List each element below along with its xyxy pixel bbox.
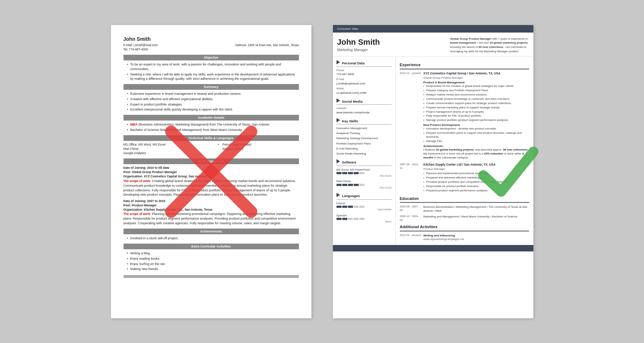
software-section: Software MS Excel, MS PowerPoint Very Go… — [336, 159, 392, 189]
additional-section-title: Additional Activities — [400, 224, 529, 231]
skill-2: Marketing Strategy Development — [336, 136, 392, 140]
lang-0: French Intermediate — [336, 201, 392, 211]
achievements-header: Achievements — [124, 229, 299, 235]
sum-bullet-3: Expert in product portfolio strategies. — [124, 102, 299, 107]
obj-bullet-1: To be an expert in my area of work, with… — [124, 62, 299, 71]
sum-bullet-1: Extensive experience in brand management… — [124, 92, 299, 96]
software-item-0: MS Excel, MS PowerPoint Very Good — [336, 168, 392, 178]
acad-bullet-1: MBA (Business Administration, Marketing … — [124, 122, 299, 127]
left-address: Address: 1905 W East Ave, San Antonio, T… — [235, 43, 299, 47]
education-section-title: Education — [400, 196, 529, 203]
experience-section-title: Experience — [400, 62, 529, 69]
personal-data-section: Personal Data Phone 774-987-4009 E-mail … — [336, 60, 392, 94]
good-resume: Curriculum Vitae John Smith Marketing Ma… — [333, 25, 533, 318]
software-title: Software — [336, 159, 392, 166]
right-header: John Smith Marketing Manager Global Grou… — [333, 33, 533, 57]
right-body: Personal Data Phone 774-987-4009 E-mail … — [333, 57, 533, 245]
left-email: E-Mail: j.smith@mail.com — [124, 43, 158, 47]
work-header: Work Experience — [124, 158, 299, 165]
bottom-bar-left — [124, 275, 299, 278]
skill-5: Social Media Marketing — [336, 152, 392, 156]
skill-0: Innovation Management — [336, 126, 392, 130]
left-contact: E-Mail: j.smith@mail.com Tel: 774-987-40… — [124, 43, 299, 52]
extra-bullet-1: Writing a blog. — [124, 251, 299, 256]
objective-header: Objective — [124, 55, 299, 61]
academic-header: Academic Details — [124, 115, 299, 121]
left-tel: Tel: 774-987-4009 — [124, 48, 148, 51]
extra-header: Extra Curricular Activities — [124, 244, 299, 250]
add-item-0: 2012-01 - present Writing and Influencin… — [400, 234, 529, 241]
key-skills-title: Key Skills — [336, 118, 392, 124]
languages-section: Languages French Intermediate — [336, 193, 392, 223]
exp-item-1: 2007-09 - 2010-11 Kitchen Supply Center … — [400, 163, 529, 193]
skill-4: E-mail Marketing — [336, 147, 392, 151]
right-sidebar: Personal Data Phone 774-987-4009 E-mail … — [333, 57, 396, 245]
job-1: Date of Joining: 2010 to till date Post:… — [124, 166, 299, 197]
edu-item-0: 2005-09 - 2007-05 Business Administratio… — [400, 205, 529, 213]
software-item-1: Mail Chimp Very Good — [336, 179, 392, 189]
ach-bullet-1: Involved in a stock sell-off project. — [124, 236, 299, 241]
extra-bullet-2: Enjoy reading books. — [124, 256, 299, 261]
sum-bullet-2: Creative with effective and efficient or… — [124, 97, 299, 102]
main-container: John Smith E-Mail: j.smith@mail.com Tel:… — [0, 11, 644, 333]
lang-1: Spanish Basic — [336, 214, 392, 224]
skill-1: Analytical Thinking — [336, 131, 392, 135]
sum-bullet-4: Excellent interpersonal skills quickly d… — [124, 107, 299, 112]
right-main: Experience 2010-12 - present XYZ Cosmeti… — [396, 57, 533, 245]
social-media-section: Social Media LinkedIn www.linkedin.com/j… — [336, 98, 392, 114]
right-summary: Global Group Product Manager with 7 year… — [450, 37, 529, 54]
right-name: John Smith — [337, 37, 380, 48]
skill-3: Portfolio Deployment Plans — [336, 142, 392, 146]
summary-header: Summary — [124, 84, 299, 90]
left-name: John Smith — [124, 36, 299, 43]
exp-item-0: 2010-12 - present XYZ Cosmetics Capital … — [400, 72, 529, 160]
cv-label: Curriculum Vitae — [333, 25, 533, 33]
edu-item-1: 2000-10 - 2004-05 Marketing and Manageme… — [400, 215, 529, 222]
job-2: Date of Joining: 2007 to 2010 Post: Prod… — [124, 199, 299, 226]
technical-header: Technical Skills & Languages — [124, 135, 299, 141]
right-title: Marketing Manager — [337, 48, 380, 53]
social-media-title: Social Media — [336, 98, 392, 105]
languages-title: Languages — [336, 193, 392, 199]
extra-bullet-3: Enjoy Surfing on the net. — [124, 262, 299, 266]
right-bottom-bar — [333, 245, 533, 251]
key-skills-section: Key Skills Innovation Management Analyti… — [336, 118, 392, 156]
technical-cols: MS Office: MS Word, MS Excel Mail Chimp … — [124, 143, 299, 156]
acad-bullet-2: Bachelor of Science (Marketing and Manag… — [124, 128, 299, 132]
bad-resume: John Smith E-Mail: j.smith@mail.com Tel:… — [111, 25, 311, 318]
obj-bullet-2: Seeking a role, where I will be able to … — [124, 72, 299, 81]
extra-bullet-4: Making new friends. — [124, 267, 299, 271]
personal-data-title: Personal Data — [336, 60, 392, 67]
